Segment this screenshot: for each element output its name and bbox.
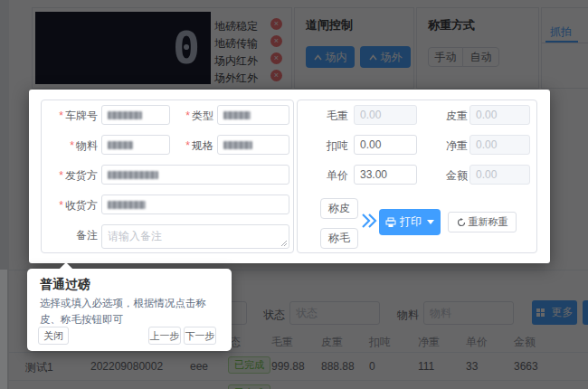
censored-value [108, 171, 158, 179]
tare-input: 0.00 [469, 105, 530, 125]
caret-down-icon [427, 220, 434, 224]
required-marker: * [59, 199, 63, 212]
tour-close-button[interactable]: 关闭 [38, 327, 69, 345]
type-label: *类型 [174, 109, 213, 124]
required-marker: * [185, 139, 190, 152]
weights-box: 毛重 0.00 皮重 0.00 扣吨 0.00 净重 0.00 单价 33.00… [297, 100, 537, 253]
weigh-tare-button[interactable]: 称皮 [320, 198, 358, 219]
tour-popover: 普通过磅 选择或填入必选项，根据情况点击称皮、称毛按钮即可 关闭 上一步 下一步 [27, 269, 232, 351]
resize-handle-icon[interactable] [280, 240, 288, 247]
net-input: 0.00 [469, 135, 530, 155]
required-marker: * [59, 109, 63, 122]
receiver-input[interactable] [101, 194, 289, 214]
gross-input: 0.00 [354, 105, 417, 125]
plate-label: *车牌号 [42, 109, 98, 124]
material-label: *物料 [42, 138, 98, 154]
censored-value [108, 111, 142, 119]
tour-description: 选择或填入必选项，根据情况点击称皮、称毛按钮即可 [40, 296, 221, 328]
remark-field-wrap [101, 224, 289, 249]
refresh-icon [457, 218, 466, 227]
censored-value [223, 141, 252, 149]
plate-input[interactable] [101, 105, 170, 125]
receiver-label: *收货方 [42, 198, 98, 213]
censored-value [223, 111, 251, 119]
weigh-form-popup: *车牌号 *类型 *物料 *规格 *发货方 *收货方 备注 毛重 [29, 90, 550, 263]
shipper-label: *发货方 [42, 168, 98, 184]
required-marker: * [70, 139, 74, 152]
print-button[interactable]: 打印 [379, 209, 441, 235]
weigh-gross-button[interactable]: 称毛 [320, 228, 358, 249]
double-chevron-right-icon [360, 213, 378, 229]
price-input[interactable]: 33.00 [354, 165, 417, 185]
reweigh-button[interactable]: 重新称重 [448, 212, 517, 232]
remark-label: 备注 [42, 228, 98, 243]
censored-value [108, 201, 146, 209]
tour-prev-button[interactable]: 上一步 [148, 327, 181, 345]
amount-label: 金额 [435, 168, 468, 184]
net-label: 净重 [435, 138, 468, 154]
spec-label: *规格 [174, 138, 213, 154]
material-input[interactable] [101, 135, 170, 155]
price-label: 单价 [316, 168, 348, 184]
amount-input: 0.00 [469, 165, 530, 185]
deduct-input[interactable]: 0.00 [354, 135, 417, 155]
gross-label: 毛重 [316, 109, 348, 124]
weighbridge-app-screen: 0 地磅稳定 × 地磅传输 × 场内红外 × 场外红外 × 道闸控制 [0, 0, 588, 389]
tare-label: 皮重 [435, 109, 468, 124]
left-edge-highlight [0, 270, 7, 389]
censored-value [108, 141, 133, 149]
printer-icon [385, 217, 396, 228]
type-input[interactable] [217, 105, 289, 125]
required-marker: * [185, 109, 190, 122]
shipper-input[interactable] [101, 165, 289, 185]
spec-input[interactable] [217, 135, 289, 155]
vehicle-form-box: *车牌号 *类型 *物料 *规格 *发货方 *收货方 备注 [41, 100, 294, 253]
deduct-label: 扣吨 [316, 138, 348, 154]
remark-textarea[interactable] [102, 225, 289, 248]
tour-title: 普通过磅 [40, 277, 90, 293]
required-marker: * [59, 169, 63, 182]
tour-next-button[interactable]: 下一步 [184, 327, 216, 345]
